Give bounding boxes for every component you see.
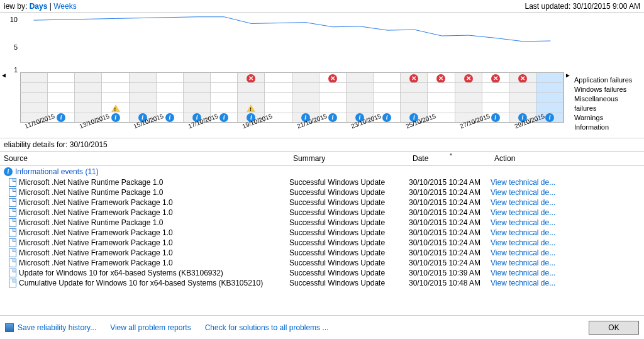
source-text: Microsoft .Net Native Runtime Package 1.… bbox=[19, 178, 163, 187]
view-details-link[interactable]: View technical de... bbox=[491, 248, 555, 257]
ok-button[interactable]: OK bbox=[589, 321, 639, 335]
grid-row-sep bbox=[20, 113, 564, 113]
summary-text: Successful Windows Update bbox=[289, 178, 409, 187]
check-solutions-link[interactable]: Check for solutions to all problems ... bbox=[205, 323, 329, 332]
summary-text: Successful Windows Update bbox=[289, 228, 409, 237]
doc-icon bbox=[9, 228, 16, 237]
day-column[interactable]: i bbox=[292, 73, 319, 122]
day-column[interactable]: ✕i bbox=[509, 73, 536, 122]
view-details-link[interactable]: View technical de... bbox=[491, 208, 555, 217]
view-details-link[interactable]: View technical de... bbox=[491, 269, 555, 277]
table-row[interactable]: Microsoft .Net Native Framework Package … bbox=[0, 228, 644, 238]
day-column[interactable]: i bbox=[184, 73, 211, 122]
doc-icon bbox=[9, 198, 16, 207]
reliability-line-plot bbox=[20, 13, 564, 69]
error-icon: ✕ bbox=[436, 74, 445, 83]
col-source[interactable]: Source bbox=[0, 152, 289, 165]
date-text: 30/10/2015 10:24 AM bbox=[409, 248, 491, 257]
date-text: 30/10/2015 10:24 AM bbox=[409, 178, 491, 187]
doc-icon bbox=[9, 218, 16, 227]
summary-text: Successful Windows Update bbox=[289, 258, 409, 267]
table-row[interactable]: Microsoft .Net Native Runtime Package 1.… bbox=[0, 218, 644, 228]
view-by-label: iew by: bbox=[4, 2, 27, 11]
view-details-link[interactable]: View technical de... bbox=[491, 279, 555, 287]
view-details-link[interactable]: View technical de... bbox=[491, 258, 555, 267]
warning-icon bbox=[111, 104, 120, 112]
doc-icon bbox=[9, 208, 16, 217]
last-updated: Last updated: 30/10/2015 9:00 AM bbox=[525, 2, 640, 11]
date-text: 30/10/2015 10:39 AM bbox=[409, 269, 491, 277]
warning-icon bbox=[247, 104, 255, 112]
group-informational[interactable]: i Informational events (11) bbox=[0, 166, 644, 177]
day-column[interactable]: i bbox=[347, 73, 374, 122]
y-axis-labels: 1510 bbox=[8, 13, 19, 69]
save-icon bbox=[5, 323, 14, 332]
date-text: 30/10/2015 10:48 AM bbox=[409, 279, 491, 287]
col-summary[interactable]: Summary bbox=[289, 152, 409, 165]
col-action[interactable]: Action bbox=[491, 152, 644, 165]
error-icon: ✕ bbox=[409, 74, 418, 83]
source-text: Microsoft .Net Native Framework Package … bbox=[19, 228, 173, 237]
view-all-reports-link[interactable]: View all problem reports bbox=[110, 323, 191, 332]
view-details-link[interactable]: View technical de... bbox=[491, 178, 555, 187]
error-icon: ✕ bbox=[464, 74, 473, 83]
day-column[interactable]: i bbox=[130, 73, 157, 122]
day-column[interactable]: ✕i bbox=[401, 73, 428, 122]
source-text: Microsoft .Net Native Framework Package … bbox=[19, 208, 173, 217]
source-text: Microsoft .Net Native Runtime Package 1.… bbox=[19, 188, 163, 197]
chart-next-arrow[interactable]: ► bbox=[564, 13, 572, 138]
info-icon: i bbox=[545, 113, 554, 122]
table-row[interactable]: Microsoft .Net Native Runtime Package 1.… bbox=[0, 187, 644, 197]
view-by: iew by: Days | Weeks bbox=[4, 2, 77, 11]
day-column[interactable]: ✕i bbox=[238, 73, 265, 122]
col-date[interactable]: Date▴ bbox=[409, 152, 491, 165]
day-column[interactable]: ✕ bbox=[455, 73, 482, 122]
table-row[interactable]: Microsoft .Net Native Framework Package … bbox=[0, 258, 644, 268]
table-row[interactable]: Update for Windows 10 for x64-based Syst… bbox=[0, 268, 644, 278]
grid-row-sep bbox=[20, 82, 564, 83]
view-details-link[interactable]: View technical de... bbox=[491, 198, 555, 207]
date-text: 30/10/2015 10:24 AM bbox=[409, 218, 491, 227]
grid-row-sep bbox=[20, 103, 564, 103]
reliability-chart: ◄ 1510 iiiiii✕ii✕iii✕i✕✕✕i✕ii 11/10/2015… bbox=[0, 13, 644, 138]
chart-prev-arrow[interactable]: ◄ bbox=[0, 13, 8, 138]
details-table[interactable]: Source Summary Date▴ Action i Informatio… bbox=[0, 152, 644, 310]
y-tick: 10 bbox=[10, 16, 18, 23]
summary-text: Successful Windows Update bbox=[289, 279, 409, 287]
table-row[interactable]: Cumulative Update for Windows 10 for x64… bbox=[0, 278, 644, 288]
view-details-link[interactable]: View technical de... bbox=[491, 188, 555, 197]
table-row[interactable]: Microsoft .Net Native Runtime Package 1.… bbox=[0, 177, 644, 187]
summary-text: Successful Windows Update bbox=[289, 198, 409, 207]
view-details-link[interactable]: View technical de... bbox=[491, 238, 555, 247]
view-by-days[interactable]: Days bbox=[30, 2, 48, 11]
doc-icon bbox=[9, 188, 16, 197]
view-by-weeks[interactable]: Weeks bbox=[53, 2, 76, 11]
info-icon: i bbox=[491, 113, 500, 122]
view-details-link[interactable]: View technical de... bbox=[491, 228, 555, 237]
error-icon: ✕ bbox=[328, 74, 337, 83]
date-text: 30/10/2015 10:24 AM bbox=[409, 188, 491, 197]
table-row[interactable]: Microsoft .Net Native Framework Package … bbox=[0, 208, 644, 218]
legend-item: Application failures bbox=[574, 75, 641, 85]
day-column[interactable] bbox=[21, 73, 48, 122]
table-row[interactable]: Microsoft .Net Native Framework Package … bbox=[0, 197, 644, 208]
legend-item: Information bbox=[574, 123, 641, 132]
chart-legend: Application failuresWindows failuresMisc… bbox=[572, 13, 644, 138]
line-area bbox=[20, 13, 564, 69]
y-tick: 5 bbox=[14, 43, 18, 51]
view-details-link[interactable]: View technical de... bbox=[491, 218, 555, 227]
summary-text: Successful Windows Update bbox=[289, 188, 409, 197]
error-icon: ✕ bbox=[518, 74, 527, 83]
legend-item: Warnings bbox=[574, 113, 641, 123]
x-axis-labels: 11/10/201513/10/201515/10/201517/10/2015… bbox=[20, 125, 564, 138]
source-text: Microsoft .Net Native Runtime Package 1.… bbox=[19, 218, 163, 227]
save-history-link[interactable]: Save reliability history... bbox=[18, 323, 96, 332]
doc-icon bbox=[9, 238, 16, 247]
summary-text: Successful Windows Update bbox=[289, 208, 409, 217]
y-tick: 1 bbox=[14, 66, 18, 74]
day-column[interactable] bbox=[75, 73, 102, 122]
doc-icon bbox=[9, 269, 16, 277]
table-row[interactable]: Microsoft .Net Native Framework Package … bbox=[0, 248, 644, 258]
chart-body: 1510 iiiiii✕ii✕iii✕i✕✕✕i✕ii 11/10/201513… bbox=[8, 13, 564, 138]
table-row[interactable]: Microsoft .Net Native Framework Package … bbox=[0, 238, 644, 248]
